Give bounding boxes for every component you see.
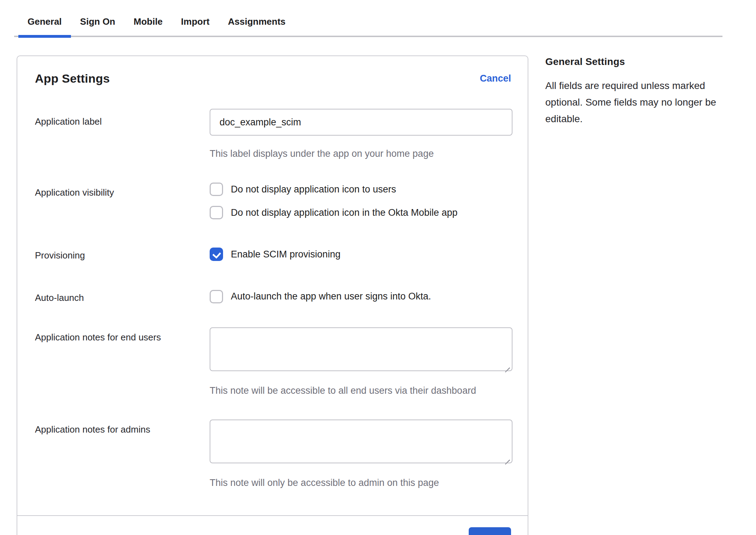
tab-mobile[interactable]: Mobile (125, 10, 172, 37)
notes-admins-helper: This note will only be accessible to adm… (210, 477, 512, 488)
scim-provisioning-checkbox-label[interactable]: Enable SCIM provisioning (231, 249, 341, 260)
tab-sign-on[interactable]: Sign On (71, 10, 125, 37)
cancel-link[interactable]: Cancel (480, 73, 511, 84)
tab-assignments[interactable]: Assignments (219, 10, 295, 37)
notes-admins-textarea[interactable] (210, 420, 512, 463)
auto-launch-option: Auto-launch the app when user signs into… (210, 290, 511, 303)
tab-import[interactable]: Import (172, 10, 219, 37)
scim-provisioning-checkbox[interactable] (210, 248, 223, 261)
notes-end-users-row: Application notes for end users This not… (35, 327, 511, 396)
tab-general[interactable]: General (18, 10, 71, 37)
checkmark-icon (212, 250, 221, 259)
page-title: App Settings (35, 72, 110, 85)
application-visibility-row: Application visibility Do not display ap… (35, 183, 511, 219)
notes-end-users-textarea[interactable] (210, 327, 512, 371)
scim-provisioning-option: Enable SCIM provisioning (210, 248, 511, 261)
auto-launch-row: Auto-launch Auto-launch the app when use… (35, 285, 511, 304)
notes-admins-row: Application notes for admins This note w… (35, 420, 511, 488)
visibility-mobile-option: Do not display application icon in the O… (210, 206, 511, 219)
visibility-mobile-checkbox[interactable] (210, 206, 223, 219)
visibility-users-option: Do not display application icon to users (210, 183, 511, 196)
save-button[interactable]: Save (469, 527, 511, 535)
provisioning-label: Provisioning (35, 243, 210, 262)
notes-end-users-helper: This note will be accessible to all end … (210, 385, 512, 396)
notes-end-users-label: Application notes for end users (35, 327, 210, 396)
auto-launch-label: Auto-launch (35, 285, 210, 304)
card-header: App Settings Cancel (35, 72, 511, 85)
visibility-users-checkbox-label[interactable]: Do not display application icon to users (231, 184, 396, 195)
tab-bar: General Sign On Mobile Import Assignment… (14, 10, 722, 37)
application-label-label: Application label (35, 109, 210, 159)
help-panel-description: All fields are required unless marked op… (545, 77, 736, 127)
application-visibility-label: Application visibility (35, 183, 210, 219)
notes-admins-label: Application notes for admins (35, 420, 210, 488)
application-label-input[interactable] (210, 109, 512, 136)
application-label-helper: This label displays under the app on you… (210, 148, 512, 159)
provisioning-row: Provisioning Enable SCIM provisioning (35, 243, 511, 262)
visibility-users-checkbox[interactable] (210, 183, 223, 196)
general-settings-help-panel: General Settings All fields are required… (545, 56, 736, 127)
help-panel-title: General Settings (545, 56, 736, 67)
app-settings-card: App Settings Cancel Application label Th… (17, 55, 528, 535)
auto-launch-checkbox[interactable] (210, 290, 223, 303)
application-label-row: Application label This label displays un… (35, 109, 511, 159)
visibility-mobile-checkbox-label[interactable]: Do not display application icon in the O… (231, 207, 457, 218)
card-footer: Save (17, 515, 528, 535)
auto-launch-checkbox-label[interactable]: Auto-launch the app when user signs into… (231, 291, 431, 302)
